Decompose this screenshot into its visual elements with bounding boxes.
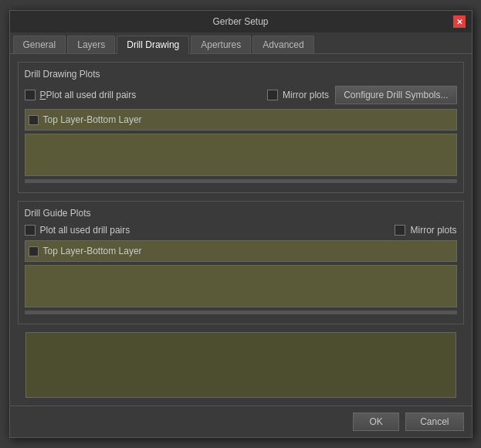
tab-general[interactable]: General	[13, 36, 66, 53]
dialog-title: Gerber Setup	[29, 16, 453, 27]
drill-drawing-plots-section: Drill Drawing Plots PPlot all used drill…	[18, 62, 464, 193]
guide-layer-checkbox[interactable]	[29, 246, 39, 256]
drill-guide-layer-list[interactable]: Top Layer-Bottom Layer	[25, 240, 457, 262]
layer-item-label: Top Layer-Bottom Layer	[43, 114, 142, 125]
lower-empty-area	[25, 332, 456, 398]
drill-guide-spacer	[25, 311, 457, 314]
drill-drawing-layer-list[interactable]: Top Layer-Bottom Layer	[25, 109, 457, 131]
drill-guide-plots-label: Drill Guide Plots	[25, 208, 457, 219]
guide-layer-item-label: Top Layer-Bottom Layer	[43, 246, 142, 256]
gerber-setup-dialog: Gerber Setup ✕ General Layers Drill Draw…	[9, 10, 473, 438]
guide-mirror-checkbox[interactable]	[395, 225, 405, 236]
guide-mirror-wrapper: Mirror plots	[395, 225, 456, 236]
mirror-label: Mirror plots	[283, 90, 329, 100]
drill-drawing-content-area	[25, 134, 457, 176]
ok-button[interactable]: OK	[353, 412, 399, 431]
plot-all-pairs-label: PPlot all used drill pairs	[40, 90, 137, 100]
guide-mirror-label: Mirror plots	[410, 225, 456, 236]
drill-guide-content-area	[25, 265, 457, 307]
mirror-checkbox[interactable]	[267, 90, 278, 100]
plot-all-pairs-wrapper: PPlot all used drill pairs	[25, 90, 137, 100]
title-bar: Gerber Setup ✕	[10, 11, 472, 32]
drill-drawing-spacer	[25, 179, 457, 183]
tab-drill-drawing[interactable]: Drill Drawing	[117, 36, 189, 54]
close-button[interactable]: ✕	[453, 15, 466, 28]
mirror-wrapper: Mirror plots	[267, 90, 329, 100]
drill-drawing-row1: PPlot all used drill pairs Mirror plots …	[25, 86, 457, 104]
configure-drill-symbols-button[interactable]: Configure Drill Symbols...	[335, 86, 456, 104]
drill-guide-row1: Plot all used drill pairs Mirror plots	[25, 225, 457, 236]
tab-apertures[interactable]: Apertures	[191, 36, 251, 53]
tab-layers[interactable]: Layers	[67, 36, 115, 53]
plot-all-pairs-checkbox[interactable]	[25, 90, 36, 100]
tab-bar: General Layers Drill Drawing Apertures A…	[10, 32, 472, 54]
guide-plot-all-pairs-wrapper: Plot all used drill pairs	[25, 225, 130, 236]
guide-plot-all-pairs-label: Plot all used drill pairs	[40, 225, 130, 236]
drill-drawing-plots-label: Drill Drawing Plots	[25, 69, 457, 80]
main-content: Drill Drawing Plots PPlot all used drill…	[10, 54, 472, 406]
tab-advanced[interactable]: Advanced	[252, 36, 313, 53]
guide-plot-all-pairs-checkbox[interactable]	[25, 225, 36, 236]
layer-checkbox[interactable]	[29, 115, 39, 125]
drill-guide-plots-section: Drill Guide Plots Plot all used drill pa…	[18, 201, 464, 324]
cancel-button[interactable]: Cancel	[405, 412, 463, 431]
dialog-footer: OK Cancel	[10, 406, 472, 437]
